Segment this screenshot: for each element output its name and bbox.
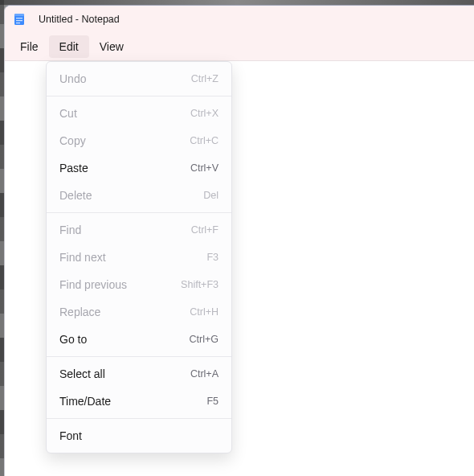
edit-go-to-label: Go to (59, 333, 87, 346)
titlebar[interactable]: Untitled - Notepad (5, 6, 474, 32)
menu-edit-label: Edit (59, 40, 79, 53)
edit-cut-shortcut: Ctrl+X (190, 108, 219, 119)
edit-replace-shortcut: Ctrl+H (190, 306, 219, 318)
edit-undo-shortcut: Ctrl+Z (191, 73, 219, 84)
edit-find-shortcut: Ctrl+F (191, 224, 219, 236)
menu-file[interactable]: File (10, 35, 49, 58)
edit-replace: Replace Ctrl+H (47, 298, 231, 326)
edit-undo: Undo Ctrl+Z (47, 65, 231, 92)
edit-font[interactable]: Font (47, 422, 231, 449)
notepad-app-icon (13, 13, 26, 26)
edit-font-label: Font (59, 429, 82, 442)
edit-undo-label: Undo (59, 72, 86, 85)
menu-file-label: File (20, 40, 39, 53)
menu-separator (47, 212, 231, 213)
menu-separator (47, 356, 231, 357)
edit-time-date[interactable]: Time/Date F5 (47, 388, 231, 415)
edit-select-all-shortcut: Ctrl+A (190, 368, 219, 380)
edit-find-previous-shortcut: Shift+F3 (181, 279, 219, 290)
edit-find: Find Ctrl+F (47, 216, 231, 244)
edit-find-next-label: Find next (59, 251, 106, 264)
edit-paste-shortcut: Ctrl+V (190, 162, 219, 174)
menubar: File Edit View (5, 32, 474, 61)
edit-paste-label: Paste (59, 162, 88, 174)
edit-find-next-shortcut: F3 (206, 252, 219, 263)
edit-select-all[interactable]: Select all Ctrl+A (47, 360, 231, 388)
edit-delete-shortcut: Del (203, 190, 219, 201)
edit-time-date-shortcut: F5 (206, 396, 219, 407)
edit-dropdown: Undo Ctrl+Z Cut Ctrl+X Copy Ctrl+C Paste… (46, 61, 232, 453)
edit-go-to-shortcut: Ctrl+G (190, 334, 219, 345)
window-title: Untitled - Notepad (34, 14, 120, 25)
menu-view-label: View (100, 40, 124, 53)
edit-copy: Copy Ctrl+C (47, 127, 231, 154)
edit-find-label: Find (59, 224, 81, 236)
edit-cut: Cut Ctrl+X (47, 100, 231, 127)
editor-area[interactable]: Undo Ctrl+Z Cut Ctrl+X Copy Ctrl+C Paste… (5, 61, 474, 476)
menu-separator (47, 96, 231, 96)
svg-rect-1 (14, 14, 24, 16)
menu-view[interactable]: View (89, 35, 134, 58)
edit-paste[interactable]: Paste Ctrl+V (47, 154, 231, 182)
edit-delete: Delete Del (47, 182, 231, 209)
svg-rect-4 (16, 23, 20, 23)
edit-delete-label: Delete (59, 189, 92, 202)
edit-find-previous: Find previous Shift+F3 (47, 271, 231, 298)
edit-select-all-label: Select all (59, 367, 105, 380)
edit-find-previous-label: Find previous (59, 278, 127, 291)
edit-copy-label: Copy (59, 134, 86, 147)
edit-cut-label: Cut (59, 107, 77, 120)
svg-rect-2 (16, 18, 22, 18)
edit-go-to[interactable]: Go to Ctrl+G (47, 326, 231, 353)
svg-rect-3 (16, 20, 22, 21)
menu-separator (47, 418, 231, 419)
edit-find-next: Find next F3 (47, 244, 231, 271)
edit-time-date-label: Time/Date (59, 395, 111, 408)
notepad-window: Untitled - Notepad File Edit View Undo C… (4, 5, 474, 476)
menu-edit[interactable]: Edit (49, 35, 89, 58)
edit-copy-shortcut: Ctrl+C (190, 135, 219, 146)
edit-replace-label: Replace (59, 306, 100, 318)
